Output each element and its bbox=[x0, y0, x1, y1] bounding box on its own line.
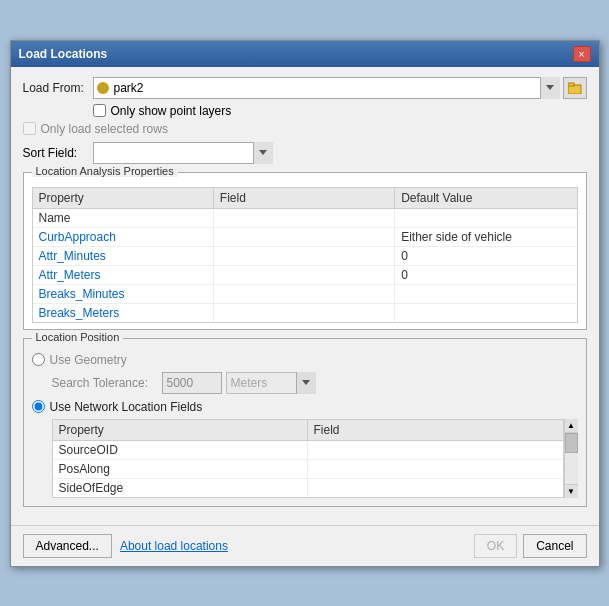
scrollbar[interactable]: ▲ ▼ bbox=[564, 419, 578, 498]
location-analysis-table: Property Field Default Value Name CurbAp… bbox=[32, 187, 578, 323]
default-cell: Either side of vehicle bbox=[395, 228, 576, 246]
table-row[interactable]: Attr_Minutes 0 bbox=[33, 247, 577, 266]
property-cell: Name bbox=[33, 209, 214, 227]
property-cell: SideOfEdge bbox=[53, 479, 308, 497]
only-load-selected-checkbox[interactable] bbox=[23, 122, 36, 135]
property-cell: Attr_Minutes bbox=[33, 247, 214, 265]
sort-field-label: Sort Field: bbox=[23, 146, 93, 160]
advanced-button[interactable]: Advanced... bbox=[23, 534, 112, 558]
load-from-label: Load From: bbox=[23, 81, 93, 95]
arrow-down-icon bbox=[546, 85, 554, 90]
use-network-radio[interactable] bbox=[32, 400, 45, 413]
network-table: Property Field SourceOID PosAlong SideOf… bbox=[52, 419, 564, 498]
use-geometry-radio[interactable] bbox=[32, 353, 45, 366]
col-property: Property bbox=[33, 188, 214, 208]
dialog-body: Load From: Only show point layers bbox=[11, 67, 599, 525]
location-analysis-title: Location Analysis Properties bbox=[32, 165, 178, 177]
load-from-combo-wrapper bbox=[93, 77, 560, 99]
footer-right: OK Cancel bbox=[474, 534, 587, 558]
location-analysis-section: Location Analysis Properties Property Fi… bbox=[23, 172, 587, 330]
park-icon bbox=[96, 81, 110, 95]
dialog-title: Load Locations bbox=[19, 47, 108, 61]
table-row[interactable]: SideOfEdge bbox=[53, 479, 563, 497]
use-network-label: Use Network Location Fields bbox=[50, 400, 203, 414]
tolerance-combo-wrapper: Meters bbox=[226, 372, 316, 394]
field-cell bbox=[214, 285, 395, 303]
location-analysis-content: Property Field Default Value Name CurbAp… bbox=[24, 181, 586, 329]
table-row[interactable]: SourceOID bbox=[53, 441, 563, 460]
default-cell: 0 bbox=[395, 266, 576, 284]
field-cell bbox=[214, 247, 395, 265]
sort-field-combo-wrapper bbox=[93, 142, 273, 164]
property-cell: CurbApproach bbox=[33, 228, 214, 246]
property-cell: SourceOID bbox=[53, 441, 308, 459]
tolerance-input bbox=[162, 372, 222, 394]
scrollbar-down-button[interactable]: ▼ bbox=[565, 484, 578, 498]
table-row[interactable]: Name bbox=[33, 209, 577, 228]
use-geometry-row: Use Geometry bbox=[32, 353, 578, 367]
footer: Advanced... About load locations OK Canc… bbox=[11, 525, 599, 566]
close-button[interactable]: × bbox=[573, 46, 591, 62]
use-network-row: Use Network Location Fields bbox=[32, 400, 578, 414]
use-geometry-label: Use Geometry bbox=[50, 353, 127, 367]
load-from-row: Load From: bbox=[23, 77, 587, 99]
default-cell bbox=[395, 304, 576, 322]
show-point-layers-row: Only show point layers bbox=[93, 104, 587, 118]
only-load-selected-label: Only load selected rows bbox=[41, 122, 168, 136]
scrollbar-up-button[interactable]: ▲ bbox=[565, 419, 578, 433]
col-field: Field bbox=[214, 188, 395, 208]
cancel-button[interactable]: Cancel bbox=[523, 534, 586, 558]
field-cell bbox=[308, 441, 563, 459]
tolerance-units-select: Meters bbox=[226, 372, 316, 394]
tolerance-row: Search Tolerance: Meters bbox=[52, 372, 578, 394]
property-cell: Breaks_Minutes bbox=[33, 285, 214, 303]
property-cell: Breaks_Meters bbox=[33, 304, 214, 322]
property-cell: Attr_Meters bbox=[33, 266, 214, 284]
show-point-layers-checkbox[interactable] bbox=[93, 104, 106, 117]
table-row[interactable]: CurbApproach Either side of vehicle bbox=[33, 228, 577, 247]
default-cell: 0 bbox=[395, 247, 576, 265]
table-row[interactable]: Attr_Meters 0 bbox=[33, 266, 577, 285]
footer-left: Advanced... About load locations bbox=[23, 534, 474, 558]
tolerance-label: Search Tolerance: bbox=[52, 376, 162, 390]
network-table-header: Property Field bbox=[53, 420, 563, 441]
folder-button[interactable] bbox=[563, 77, 587, 99]
col-property: Property bbox=[53, 420, 308, 440]
svg-rect-1 bbox=[568, 83, 574, 86]
sort-field-row: Sort Field: bbox=[23, 142, 587, 164]
network-table-wrapper: Property Field SourceOID PosAlong SideOf… bbox=[52, 419, 578, 498]
load-from-input[interactable] bbox=[93, 77, 560, 99]
location-position-title: Location Position bbox=[32, 331, 124, 343]
only-load-selected-row: Only load selected rows bbox=[23, 122, 587, 136]
property-cell: PosAlong bbox=[53, 460, 308, 478]
default-cell bbox=[395, 285, 576, 303]
field-cell bbox=[214, 228, 395, 246]
field-cell bbox=[214, 304, 395, 322]
default-cell bbox=[395, 209, 576, 227]
field-cell bbox=[214, 209, 395, 227]
table-row[interactable]: PosAlong bbox=[53, 460, 563, 479]
ok-button: OK bbox=[474, 534, 517, 558]
scrollbar-thumb[interactable] bbox=[565, 433, 578, 453]
field-cell bbox=[308, 460, 563, 478]
title-bar: Load Locations × bbox=[11, 41, 599, 67]
table-row[interactable]: Breaks_Meters bbox=[33, 304, 577, 322]
field-cell bbox=[308, 479, 563, 497]
field-cell bbox=[214, 266, 395, 284]
folder-icon bbox=[568, 82, 582, 94]
show-point-layers-label: Only show point layers bbox=[111, 104, 232, 118]
table-row[interactable]: Breaks_Minutes bbox=[33, 285, 577, 304]
col-field: Field bbox=[308, 420, 563, 440]
load-locations-dialog: Load Locations × Load From: bbox=[10, 40, 600, 567]
load-from-dropdown-arrow[interactable] bbox=[540, 77, 560, 99]
about-link[interactable]: About load locations bbox=[120, 539, 228, 553]
scrollbar-track bbox=[565, 433, 578, 484]
table-header: Property Field Default Value bbox=[33, 188, 577, 209]
sort-field-select[interactable] bbox=[93, 142, 273, 164]
location-position-section: Location Position Use Geometry Search To… bbox=[23, 338, 587, 507]
col-default-value: Default Value bbox=[395, 188, 576, 208]
